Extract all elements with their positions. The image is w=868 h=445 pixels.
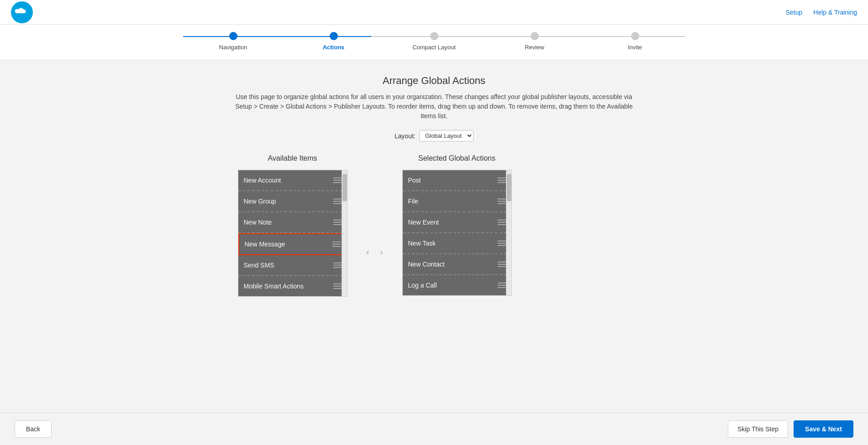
available-items-list: New Account New Group New Note New Messa…: [238, 170, 347, 297]
layout-dropdown[interactable]: Global Layout: [419, 130, 473, 141]
selected-actions-title: Selected Global Actions: [418, 154, 495, 162]
back-button[interactable]: Back: [15, 420, 52, 438]
available-item[interactable]: New Note: [238, 212, 347, 233]
drag-handle-line: [333, 222, 342, 223]
drag-handle-line: [333, 283, 342, 284]
selected-item[interactable]: Post: [403, 170, 511, 191]
drag-handle[interactable]: [498, 199, 506, 204]
drag-handle-line: [333, 182, 342, 183]
drag-handle[interactable]: [498, 241, 506, 246]
available-item[interactable]: New Message: [238, 233, 347, 255]
drag-handle[interactable]: [333, 220, 342, 225]
step-invite: Invite: [585, 32, 685, 51]
drag-handle[interactable]: [333, 178, 342, 183]
list-item-label: New Contact: [408, 261, 445, 268]
drag-handle-line: [498, 201, 506, 202]
drag-handle-line: [498, 224, 506, 225]
step-circle-navigation: [229, 32, 237, 40]
drag-handle-line: [498, 199, 506, 199]
drag-handle-line: [498, 220, 506, 220]
list-item-label: New Event: [408, 219, 439, 226]
drag-handle-line: [333, 265, 342, 266]
selected-item[interactable]: Log a Call: [403, 275, 511, 295]
selected-item[interactable]: New Task: [403, 233, 511, 254]
drag-handle-line: [333, 178, 342, 178]
list-item-label: New Message: [245, 241, 285, 248]
step-label-invite: Invite: [628, 44, 642, 51]
drag-handle-line: [498, 283, 506, 283]
drag-handle-line: [332, 241, 341, 242]
drag-handle-line: [498, 262, 506, 262]
step-label-compact: Compact Layout: [412, 44, 456, 51]
drag-handle-line: [333, 288, 342, 289]
drag-handle[interactable]: [498, 283, 506, 288]
drag-handle-line: [333, 286, 342, 287]
drag-handle[interactable]: [333, 199, 342, 204]
list-item-label: Log a Call: [408, 282, 437, 289]
drag-handle-line: [498, 222, 506, 223]
drag-handle[interactable]: [333, 262, 342, 268]
list-item-label: New Account: [244, 177, 281, 184]
step-circle-actions: [330, 32, 338, 40]
stepper: Navigation Actions Compact Layout Review…: [183, 32, 685, 51]
move-right-button[interactable]: ›: [378, 246, 386, 259]
available-item[interactable]: New Account: [238, 170, 347, 191]
drag-handle-line: [498, 243, 506, 244]
step-review: Review: [484, 32, 585, 51]
drag-handle-line: [498, 178, 506, 178]
drag-handle-line: [498, 264, 506, 265]
logo-area: [11, 1, 33, 23]
drag-handle-line: [333, 267, 342, 268]
list-item-label: File: [408, 198, 419, 205]
main-content: Arrange Global Actions Use this page to …: [0, 60, 868, 413]
drag-handle-line: [498, 203, 506, 204]
footer-right: Skip This Step Save & Next: [728, 420, 853, 438]
drag-handle[interactable]: [333, 283, 342, 289]
salesforce-logo: [11, 1, 33, 23]
top-bar: Setup Help & Training: [0, 0, 868, 25]
move-left-button[interactable]: ‹: [364, 246, 372, 259]
drag-handle-line: [498, 245, 506, 246]
available-item[interactable]: Send SMS: [238, 255, 347, 276]
drag-handle[interactable]: [498, 178, 506, 183]
page-title: Arrange Global Actions: [383, 75, 485, 87]
drag-handle-line: [498, 287, 506, 288]
selected-scrollbar-thumb: [507, 174, 511, 201]
step-circle-compact: [430, 32, 438, 40]
selected-item[interactable]: New Event: [403, 212, 511, 233]
drag-handle[interactable]: [332, 241, 341, 247]
stepper-line-fill: [183, 36, 372, 37]
drag-handle-line: [333, 262, 342, 263]
available-scrollbar-thumb: [342, 174, 347, 201]
selected-scrollbar[interactable]: [506, 170, 511, 295]
drag-handle[interactable]: [498, 220, 506, 225]
selected-item[interactable]: File: [403, 191, 511, 212]
drag-handle[interactable]: [498, 262, 506, 267]
available-item[interactable]: New Group: [238, 191, 347, 212]
drag-handle-line: [498, 241, 506, 241]
drag-handle-line: [333, 203, 342, 204]
selected-item[interactable]: New Contact: [403, 254, 511, 275]
save-next-button[interactable]: Save & Next: [794, 420, 853, 438]
drag-handle-line: [333, 180, 342, 181]
available-scrollbar[interactable]: [342, 170, 347, 296]
stepper-container: Navigation Actions Compact Layout Review…: [0, 25, 868, 60]
step-circle-invite: [631, 32, 639, 40]
setup-link[interactable]: Setup: [786, 9, 803, 16]
footer: Back Skip This Step Save & Next: [0, 413, 868, 445]
skip-button[interactable]: Skip This Step: [728, 420, 788, 438]
step-label-actions: Actions: [323, 44, 345, 51]
available-item[interactable]: Mobile Smart Actions: [238, 276, 347, 296]
drag-handle-line: [332, 246, 341, 247]
selected-actions-column: Selected Global Actions Post File New Ev…: [393, 154, 521, 296]
drag-handle-line: [332, 244, 341, 245]
help-training-link[interactable]: Help & Training: [813, 9, 857, 16]
list-item-label: New Task: [408, 240, 436, 247]
list-item-label: Mobile Smart Actions: [244, 283, 304, 290]
drag-handle-line: [333, 224, 342, 225]
step-actions: Actions: [284, 32, 384, 51]
page-description: Use this page to organize global actions…: [229, 92, 640, 121]
drag-handle-line: [498, 266, 506, 267]
drag-handle-line: [498, 285, 506, 286]
list-item-label: Post: [408, 177, 421, 184]
